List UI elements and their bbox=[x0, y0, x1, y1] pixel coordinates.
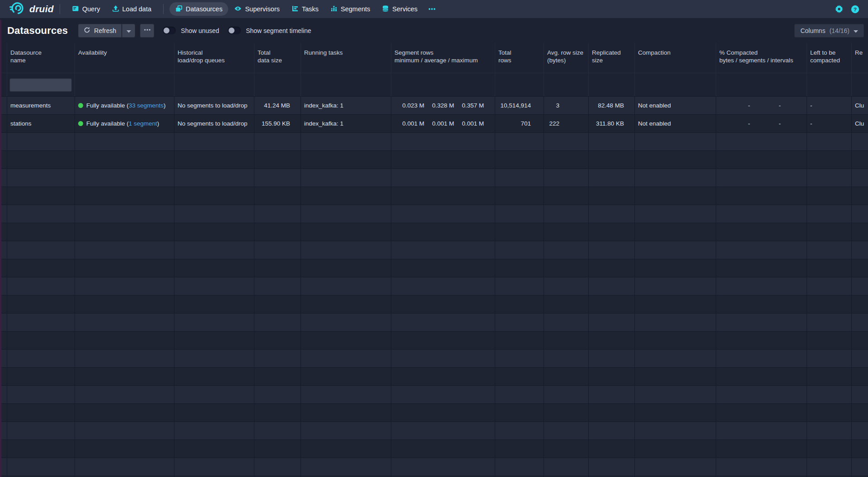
empty-cell bbox=[174, 277, 254, 295]
empty-cell bbox=[635, 368, 716, 385]
empty-cell bbox=[75, 386, 174, 403]
column-header-total-data-size[interactable]: Totaldata size bbox=[254, 43, 301, 73]
empty-cell bbox=[391, 169, 495, 187]
empty-table-row bbox=[0, 223, 868, 241]
column-header-line1: Datasource bbox=[10, 49, 42, 56]
column-header-avg-row-size-bytes[interactable]: Avg. row size(bytes) bbox=[544, 43, 589, 73]
nav-item-tasks[interactable]: Tasks bbox=[286, 2, 324, 16]
cell-sub-value: ... bbox=[781, 120, 807, 127]
empty-cell bbox=[301, 440, 391, 458]
column-header-line2: load/drop queues bbox=[178, 56, 251, 64]
columns-button[interactable]: Columns (14/16) bbox=[794, 24, 864, 37]
refresh-button[interactable]: Refresh bbox=[78, 24, 122, 37]
empty-cell bbox=[544, 133, 589, 150]
empty-cell bbox=[174, 169, 254, 187]
cell-retention[interactable]: Clu bbox=[852, 115, 868, 132]
empty-cell bbox=[807, 133, 852, 150]
empty-table-row bbox=[0, 277, 868, 295]
empty-cell bbox=[75, 404, 174, 421]
empty-cell bbox=[544, 151, 589, 168]
filter-cell bbox=[635, 73, 716, 96]
more-actions-button[interactable] bbox=[140, 24, 154, 37]
navbar: druid QueryLoad dataDatasourcesSuperviso… bbox=[0, 0, 868, 18]
druid-logo[interactable]: druid bbox=[9, 1, 54, 17]
refresh-label: Refresh bbox=[94, 27, 116, 34]
cell-retention[interactable]: Clu bbox=[852, 97, 868, 114]
cell-compaction: Not enabled bbox=[635, 97, 716, 114]
column-header-re[interactable]: Re bbox=[852, 43, 868, 73]
empty-cell bbox=[174, 313, 254, 331]
column-header-line1: Historical bbox=[178, 49, 203, 56]
empty-cell bbox=[301, 386, 391, 403]
toggle-show-unused[interactable]: Show unused bbox=[163, 27, 219, 34]
empty-cell bbox=[301, 350, 391, 367]
nav-item-load-data[interactable]: Load data bbox=[106, 2, 158, 16]
column-header-line2: size bbox=[592, 56, 631, 64]
empty-cell bbox=[174, 133, 254, 150]
cell-name[interactable]: measurements bbox=[7, 97, 75, 114]
refresh-dropdown-button[interactable] bbox=[122, 24, 135, 37]
empty-cell bbox=[635, 404, 716, 421]
empty-cell bbox=[716, 422, 807, 440]
table-row[interactable]: stationsFully available (1 segment)No se… bbox=[0, 115, 868, 133]
filter-cell bbox=[254, 73, 301, 96]
datasource-name: stations bbox=[10, 120, 32, 127]
segments-link[interactable]: 33 segments bbox=[129, 102, 164, 109]
status-dot-icon bbox=[78, 103, 83, 108]
table-row[interactable]: measurementsFully available (33 segments… bbox=[0, 97, 868, 115]
toggle-track[interactable] bbox=[228, 27, 241, 34]
column-header-replicated-size[interactable]: Replicatedsize bbox=[589, 43, 635, 73]
column-header-datasource-name[interactable]: Datasourcename bbox=[7, 43, 75, 73]
cell-sub-value: - bbox=[750, 102, 781, 109]
column-header-line2: name bbox=[10, 56, 71, 64]
column-header-compaction[interactable]: Compaction bbox=[635, 43, 716, 73]
column-header-total-rows[interactable]: Totalrows bbox=[495, 43, 544, 73]
toggle-label: Show segment timeline bbox=[246, 27, 311, 34]
toggle-track[interactable] bbox=[163, 27, 176, 34]
nav-item-segments[interactable]: Segments bbox=[324, 2, 376, 16]
empty-cell bbox=[391, 386, 495, 403]
column-header-left-to-be-compacted[interactable]: Left to becompacted bbox=[807, 43, 852, 73]
empty-cell bbox=[495, 205, 544, 223]
nav-item-supervisors[interactable]: Supervisors bbox=[228, 2, 286, 16]
nav-item-query[interactable]: Query bbox=[66, 2, 106, 16]
segments-link[interactable]: 1 segment bbox=[129, 120, 157, 127]
empty-cell bbox=[254, 223, 301, 241]
empty-cell bbox=[807, 169, 852, 187]
cell-running_tasks: index_kafka: 1 bbox=[301, 97, 391, 114]
cell-name[interactable]: stations bbox=[7, 115, 75, 132]
empty-cell bbox=[75, 151, 174, 168]
empty-cell bbox=[852, 404, 868, 421]
empty-cell bbox=[495, 404, 544, 421]
nav-item-services[interactable]: Services bbox=[376, 2, 423, 16]
settings-gear-icon[interactable] bbox=[835, 5, 843, 13]
datasource-filter-input[interactable] bbox=[9, 78, 72, 92]
empty-cell bbox=[254, 169, 301, 187]
empty-cell bbox=[807, 241, 852, 259]
help-icon[interactable]: ? bbox=[851, 5, 859, 14]
empty-cell bbox=[7, 151, 75, 168]
empty-cell bbox=[75, 440, 174, 458]
empty-cell bbox=[589, 277, 635, 295]
empty-cell bbox=[75, 350, 174, 367]
empty-cell bbox=[852, 332, 868, 349]
column-header-line1: Avg. row size bbox=[547, 49, 583, 56]
empty-cell bbox=[716, 277, 807, 295]
column-header-historical-load-drop-queues[interactable]: Historicalload/drop queues bbox=[174, 43, 254, 73]
empty-cell bbox=[495, 187, 544, 205]
column-header-segment-rows-minimum-average-maximum[interactable]: Segment rowsminimum / average / maximum bbox=[391, 43, 495, 73]
column-header-line1: Total bbox=[498, 49, 511, 56]
toggle-show-segment-timeline[interactable]: Show segment timeline bbox=[228, 27, 311, 34]
empty-cell bbox=[852, 458, 868, 476]
column-header-running-tasks[interactable]: Running tasks bbox=[301, 43, 391, 73]
empty-cell bbox=[716, 350, 807, 367]
empty-cell bbox=[301, 205, 391, 223]
nav-more-button[interactable] bbox=[423, 2, 441, 16]
empty-cell bbox=[254, 386, 301, 403]
column-header-availability[interactable]: Availability bbox=[75, 43, 174, 73]
column-header--compacted-bytes-segments-intervals[interactable]: % Compactedbytes / segments / intervals bbox=[716, 43, 807, 73]
empty-cell bbox=[391, 368, 495, 385]
nav-item-datasources[interactable]: Datasources bbox=[169, 2, 228, 16]
empty-cell bbox=[544, 332, 589, 349]
empty-cell bbox=[75, 241, 174, 259]
